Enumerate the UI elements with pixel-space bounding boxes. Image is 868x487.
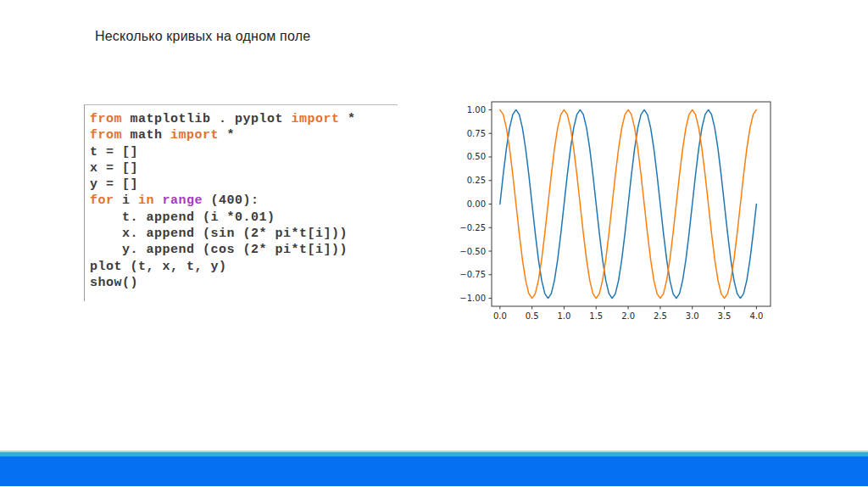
x-tick-label: 2.0 [621,311,635,321]
x-tick-label: 1.5 [589,311,603,321]
code-line: from math import * [90,127,398,143]
footer-bar [0,456,868,486]
x-tick-label: 3.5 [718,311,732,321]
slide-title: Несколько кривых на одном поле [95,29,310,44]
chart-svg: 0.00.51.01.52.02.53.03.54.01.000.750.500… [460,90,782,321]
code-token: range [163,193,203,208]
code-line: y. append (cos (2* pi*t[i])) [90,242,398,258]
code-line: t = [] [90,144,398,160]
code-lines: from matplotlib . pyplot import *from ma… [90,111,398,291]
plot-spines [492,102,771,306]
code-token: plot (t, x, t, y) [90,260,227,274]
code-token: matplotlib . pyplot [122,112,292,126]
code-line: show() [90,275,398,291]
code-token [154,193,163,208]
y-tick-label: −0.50 [460,247,486,256]
y-tick-label: 0.75 [467,129,486,138]
y-tick-label: 0.25 [467,176,486,185]
code-token: * [340,112,356,126]
code-token: math [122,128,170,143]
code-line: from matplotlib . pyplot import * [90,111,398,127]
code-token: in [138,193,154,208]
code-token: import [292,112,340,126]
code-line: x = [] [90,160,398,176]
code-token: show() [90,276,138,290]
chart-figure: 0.00.51.01.52.02.53.03.54.01.000.750.500… [460,90,782,321]
code-block: from matplotlib . pyplot import *from ma… [84,104,398,301]
code-token: y = [] [90,177,138,192]
code-token: * [219,128,235,143]
code-token: x = [] [90,161,138,176]
y-tick-label: −0.25 [460,223,486,232]
slide-canvas: Несколько кривых на одном поле from matp… [0,0,868,487]
y-tick-label: 0.00 [467,199,486,209]
code-token: x. append (sin (2* pi*t[i])) [90,227,348,241]
code-token: t = [] [90,145,138,160]
series-line [500,109,757,298]
y-tick-label: 1.00 [467,105,486,115]
code-line: y = [] [90,176,398,193]
code-line: t. append (i *0.01) [90,210,398,226]
x-tick-label: 2.5 [654,311,667,321]
code-token: import [170,128,219,143]
y-tick-label: −0.75 [460,270,486,279]
code-token: y. append (cos (2* pi*t[i])) [90,243,348,257]
code-token: for [90,193,114,208]
x-tick-label: 3.0 [686,311,699,321]
x-tick-label: 0.0 [493,311,507,321]
x-tick-label: 1.0 [558,311,571,321]
code-token: t. append (i *0.01) [90,210,275,225]
code-line: for i in range (400): [90,193,398,209]
x-tick-label: 0.5 [526,311,539,321]
y-tick-label: 0.50 [467,152,486,161]
x-tick-label: 4.0 [749,311,763,321]
code-token: from [90,128,122,143]
y-tick-label: −1.00 [460,294,486,303]
code-line: x. append (sin (2* pi*t[i])) [90,226,398,242]
code-line: plot (t, x, t, y) [90,259,398,275]
code-token: i [114,193,139,208]
code-token: from [90,112,122,126]
code-token: (400): [203,193,259,208]
